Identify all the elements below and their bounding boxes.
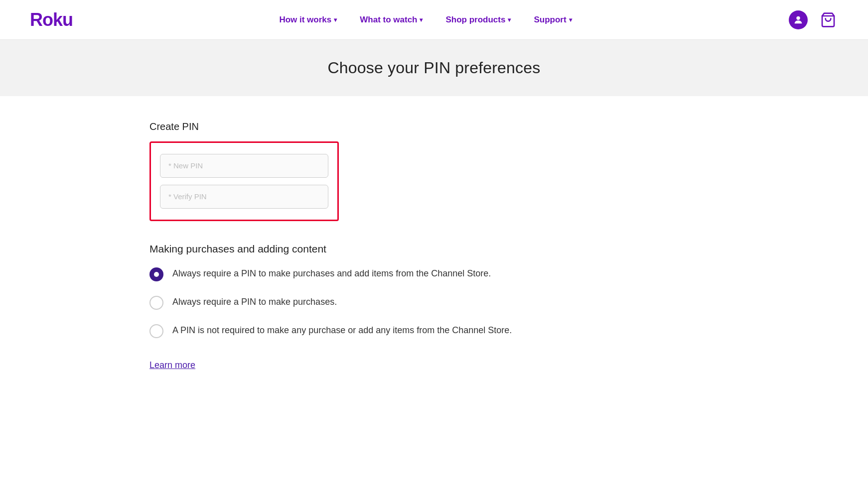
create-pin-section: Create PIN <box>149 121 719 243</box>
radio-label-1: Always require a PIN to make purchases a… <box>172 267 491 280</box>
svg-point-0 <box>796 16 800 19</box>
purchases-section: Making purchases and adding content Alwa… <box>149 243 719 338</box>
header-icons <box>788 10 838 30</box>
chevron-down-icon: ▾ <box>334 16 337 23</box>
radio-label-2: Always require a PIN to make purchases. <box>172 295 337 309</box>
page-banner: Choose your PIN preferences <box>0 40 868 96</box>
learn-more-section: Learn more <box>149 360 719 371</box>
logo[interactable]: Roku <box>30 9 73 30</box>
radio-button-1[interactable] <box>149 267 163 281</box>
nav-item-shop-products[interactable]: Shop products ▾ <box>436 11 520 29</box>
user-account-button[interactable] <box>788 10 808 30</box>
logo-container[interactable]: Roku <box>30 9 73 30</box>
cart-button[interactable] <box>818 10 838 30</box>
radio-option-1: Always require a PIN to make purchases a… <box>149 267 719 281</box>
chevron-down-icon: ▾ <box>569 16 572 23</box>
radio-label-3: A PIN is not required to make any purcha… <box>172 324 512 337</box>
create-pin-label: Create PIN <box>149 121 719 132</box>
main-content: Create PIN Making purchases and adding c… <box>0 96 868 410</box>
user-icon <box>789 10 808 29</box>
site-header: Roku How it works ▾ What to watch ▾ Shop… <box>0 0 868 40</box>
page-title: Choose your PIN preferences <box>0 59 868 77</box>
main-nav: How it works ▾ What to watch ▾ Shop prod… <box>270 11 580 29</box>
radio-button-3[interactable] <box>149 324 163 338</box>
nav-item-how-it-works[interactable]: How it works ▾ <box>270 11 346 29</box>
radio-button-2[interactable] <box>149 296 163 310</box>
new-pin-input[interactable] <box>160 154 328 178</box>
radio-option-3: A PIN is not required to make any purcha… <box>149 324 719 338</box>
purchases-section-label: Making purchases and adding content <box>149 243 719 255</box>
chevron-down-icon: ▾ <box>508 16 511 23</box>
nav-item-what-to-watch[interactable]: What to watch ▾ <box>351 11 432 29</box>
radio-group: Always require a PIN to make purchases a… <box>149 267 719 338</box>
pin-form-box <box>149 141 339 221</box>
verify-pin-input[interactable] <box>160 185 328 209</box>
chevron-down-icon: ▾ <box>420 16 423 23</box>
nav-item-support[interactable]: Support ▾ <box>525 11 580 29</box>
learn-more-link[interactable]: Learn more <box>149 360 195 370</box>
radio-option-2: Always require a PIN to make purchases. <box>149 295 719 310</box>
